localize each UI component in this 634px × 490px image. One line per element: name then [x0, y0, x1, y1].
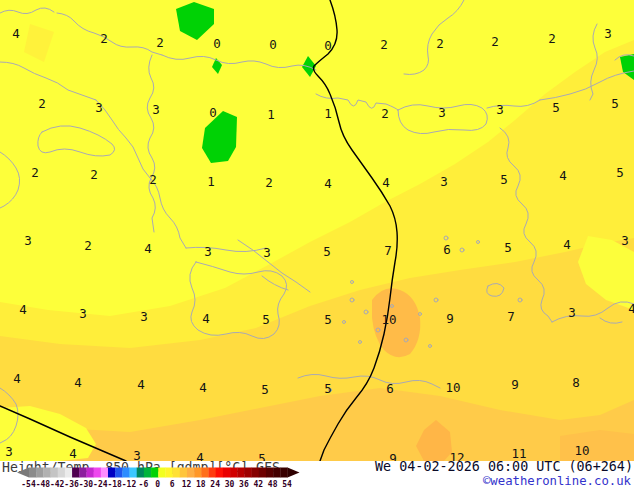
temp-value: 2	[436, 36, 444, 51]
temp-value: 3	[204, 244, 212, 259]
temp-value: 4	[74, 375, 82, 390]
temp-value: 2	[31, 165, 39, 180]
scale-tick-label: 36	[239, 480, 249, 489]
scale-tick-label: 48	[268, 480, 278, 489]
temp-value: 4	[13, 371, 21, 386]
scale-segment	[65, 468, 72, 478]
temp-value: 4	[324, 176, 332, 191]
temp-value: 2	[491, 34, 499, 49]
temp-value: 4	[137, 377, 145, 392]
temp-value: 1	[324, 106, 332, 121]
scale-segment	[72, 468, 79, 478]
temp-value: 3	[5, 444, 13, 459]
scale-segment	[194, 468, 201, 478]
temp-value: 10	[381, 312, 396, 327]
temp-value: 5	[324, 381, 332, 396]
temp-value: 2	[265, 175, 273, 190]
temp-value: 3	[568, 305, 576, 320]
scale-segment	[252, 468, 259, 478]
scale-segment	[108, 468, 115, 478]
scale-segment	[51, 468, 58, 478]
temp-value: 5	[323, 244, 331, 259]
scale-segment	[201, 468, 208, 478]
scale-tick-label: -12	[122, 480, 137, 489]
scale-tick-label: -48	[36, 480, 51, 489]
scale-segment	[165, 468, 172, 478]
scale-segment	[115, 468, 122, 478]
temp-value: 3	[604, 26, 612, 41]
temp-value: 2	[548, 31, 556, 46]
temperature-scale	[17, 468, 300, 478]
scale-tick-label: -54	[21, 480, 36, 489]
temp-value: 0	[324, 38, 332, 53]
scale-segment	[266, 468, 273, 478]
temp-value: 1	[267, 107, 275, 122]
temp-value: 4	[12, 26, 20, 41]
scale-segment	[36, 468, 43, 478]
temp-value: 2	[90, 167, 98, 182]
scale-segment	[79, 468, 86, 478]
temp-value: 4	[628, 301, 634, 316]
scale-segment	[173, 468, 180, 478]
temp-value: 2	[381, 106, 389, 121]
temp-value: 10	[574, 443, 589, 458]
temp-value: 2	[84, 238, 92, 253]
temp-value: 2	[149, 172, 157, 187]
scale-tick-label: -6	[139, 480, 149, 489]
timestamp: We 04-02-2026 06:00 UTC (06+264)	[375, 459, 633, 474]
temp-value: 5	[262, 312, 270, 327]
temp-value: 5	[611, 96, 619, 111]
scale-segment	[273, 468, 280, 478]
temp-value: 5	[261, 382, 269, 397]
temp-value: 4	[563, 237, 571, 252]
temp-value: 3	[621, 233, 629, 248]
temp-value: 10	[445, 380, 460, 395]
temp-value: 3	[440, 174, 448, 189]
scale-tick-label: -36	[64, 480, 79, 489]
scale-segment	[280, 468, 287, 478]
temp-value: 5	[504, 240, 512, 255]
scale-segment	[230, 468, 237, 478]
temp-value: 2	[380, 37, 388, 52]
temp-value: 3	[263, 245, 271, 260]
scale-segment	[137, 468, 144, 478]
scale-segment	[130, 468, 137, 478]
scale-tick-label: -24	[93, 480, 108, 489]
temp-value: 5	[552, 100, 560, 115]
temp-value: 2	[100, 31, 108, 46]
temp-value: 0	[209, 105, 217, 120]
scale-segment	[29, 468, 36, 478]
temperature-shading	[0, 0, 634, 461]
legend-bar: Height/Temp. 850 hPa [gdmp][°C] GFS We 0…	[0, 459, 634, 490]
temp-value: 5	[616, 165, 624, 180]
scale-tick-label: -42	[50, 480, 65, 489]
temp-value: 1	[207, 174, 215, 189]
temp-value: 9	[446, 311, 454, 326]
scale-segment	[43, 468, 50, 478]
temp-value: 3	[79, 306, 87, 321]
temp-value: 4	[199, 380, 207, 395]
scale-tick-label: 30	[225, 480, 235, 489]
copyright-link[interactable]: ©weatheronline.co.uk	[483, 474, 632, 488]
weather-map-canvas: 4220002222323301123355222124435453243357…	[0, 0, 634, 490]
temp-value: 6	[386, 381, 394, 396]
scale-segment	[94, 468, 101, 478]
temp-value: 2	[38, 96, 46, 111]
temp-value: 0	[269, 37, 277, 52]
temp-value: 8	[572, 375, 580, 390]
temp-value: 4	[19, 302, 27, 317]
temp-value: 2	[156, 35, 164, 50]
scale-tick-label: 24	[210, 480, 220, 489]
scale-tick-label: 42	[253, 480, 263, 489]
scale-segment	[259, 468, 266, 478]
temp-value: 3	[496, 102, 504, 117]
scale-segment	[158, 468, 165, 478]
scale-segment	[144, 468, 151, 478]
scale-segment	[86, 468, 93, 478]
scale-segment	[223, 468, 230, 478]
temp-value: 9	[511, 377, 519, 392]
scale-segment	[209, 468, 216, 478]
temp-value: 4	[382, 175, 390, 190]
temp-value: 7	[384, 243, 392, 258]
temp-value: 3	[24, 233, 32, 248]
